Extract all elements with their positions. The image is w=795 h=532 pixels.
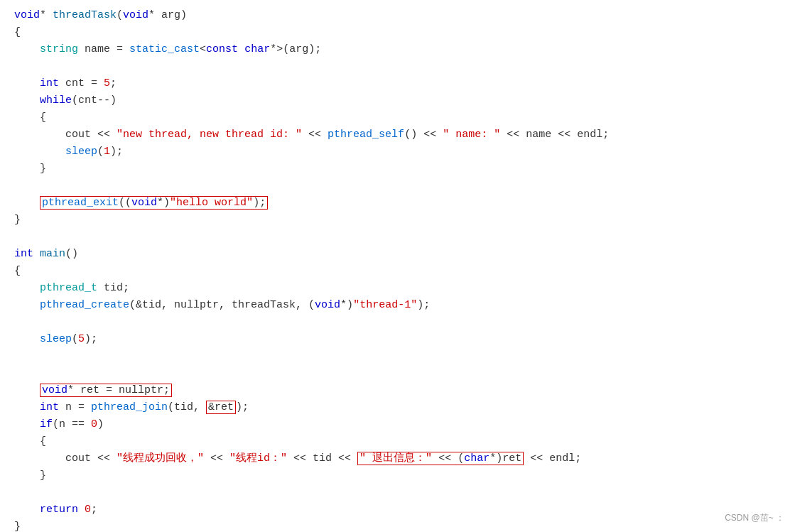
code-line-1: void* threadTask(void* arg): [14, 7, 781, 24]
code-line-8: cout << "new thread, new thread id: " <<…: [14, 126, 781, 143]
code-line-3: string name = static_cast<const char*>(a…: [14, 41, 781, 58]
code-line-25: if(n == 0): [14, 416, 781, 433]
highlight-void-ret: void* ret = nullptr;: [40, 384, 172, 397]
code-line-29: [14, 484, 781, 501]
highlight-ampret: &ret: [206, 401, 236, 414]
code-line-20: sleep(5);: [14, 331, 781, 348]
code-line-26: {: [14, 433, 781, 450]
code-line-15: int main(): [14, 246, 781, 263]
code-line-31: }: [14, 519, 781, 532]
highlight-pthread-exit: pthread_exit((void*)"hello world");: [40, 196, 268, 210]
code-line-21: [14, 348, 781, 365]
watermark: CSDN @茁~ ：: [725, 511, 784, 525]
code-line-14: [14, 229, 781, 246]
code-line-19: [14, 314, 781, 331]
code-line-16: {: [14, 263, 781, 280]
code-line-22: [14, 365, 781, 382]
code-line-7: {: [14, 109, 781, 126]
code-line-28: }: [14, 467, 781, 484]
code-line-27: cout << "线程成功回收，" << "线程id：" << tid << "…: [14, 450, 781, 467]
code-line-4: [14, 58, 781, 75]
code-line-30: return 0;: [14, 501, 781, 519]
code-container: void* threadTask(void* arg) { string nam…: [0, 0, 795, 532]
code-line-17: pthread_t tid;: [14, 280, 781, 297]
code-line-6: while(cnt--): [14, 92, 781, 109]
code-line-9: sleep(1);: [14, 143, 781, 161]
code-line-2: {: [14, 24, 781, 41]
code-line-13: }: [14, 212, 781, 229]
code-line-10: }: [14, 161, 781, 178]
code-line-12: pthread_exit((void*)"hello world");: [14, 195, 781, 212]
code-line-11: [14, 178, 781, 195]
code-line-24: int n = pthread_join(tid, &ret);: [14, 399, 781, 416]
code-line-23: void* ret = nullptr;: [14, 382, 781, 399]
code-line-18: pthread_create(&tid, nullptr, threadTask…: [14, 297, 781, 314]
code-line-5: int cnt = 5;: [14, 75, 781, 92]
highlight-exit-info: " 退出信息：" << (char*)ret: [357, 452, 524, 465]
